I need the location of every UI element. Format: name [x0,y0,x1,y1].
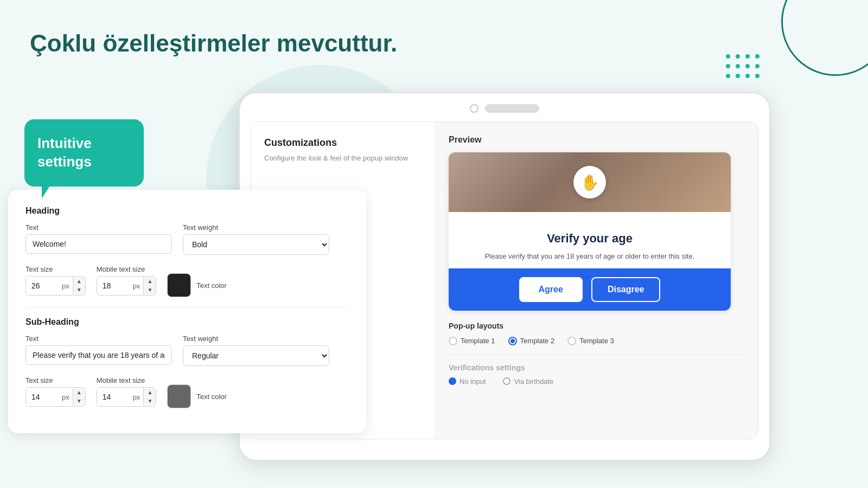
verif-no-input-radio[interactable] [449,377,456,385]
layout-template3-radio[interactable] [567,337,576,345]
popup-disagree-button[interactable]: Disagree [591,277,661,302]
popup-buttons: Agree Disagree [449,268,731,311]
preview-title: Preview [449,135,745,145]
subheading-mobile-unit: px [130,393,144,401]
subheading-text-label: Text [25,335,172,343]
cust-subtitle: Configure the look & feel of the popup w… [264,153,422,164]
subheading-section-title: Sub-Heading [25,317,349,327]
layout-options: Template 1 Template 2 Template 3 [449,337,745,345]
heading-color-label: Text color [196,281,227,290]
subheading-size-unit: px [59,393,73,401]
heading-section-title: Heading [25,206,349,216]
heading-mobile-size-input[interactable] [97,277,130,295]
verif-birthdate-label: Via birthdate [514,377,553,386]
subheading-size-up[interactable]: ▲ [73,388,85,397]
heading-mobile-unit: px [130,282,144,290]
heading-size-stepper: ▲ ▼ [73,277,85,294]
heading-size-up[interactable]: ▲ [73,277,85,286]
hand-icon: ✋ [580,174,599,191]
heading-weight-select[interactable]: Thin Regular Medium Semi-Bold Bold Extra… [183,234,329,255]
hand-icon-circle: ✋ [573,166,606,198]
heading-size-input[interactable] [26,277,59,295]
preview-popup: ✋ Verify your age Please verify that you… [449,152,731,311]
subheading-weight-select[interactable]: Thin Regular Medium Semi-Bold Bold [183,345,329,366]
layout-template3-label: Template 3 [579,337,614,345]
subheading-size-down[interactable]: ▼ [73,397,85,406]
verif-no-input-label: No input [459,377,486,386]
layouts-section: Pop-up layouts Template 1 Template 2 Tem… [449,322,745,345]
subheading-size-input[interactable] [26,388,59,406]
cust-title: Customizations [264,137,422,149]
layout-template2-label: Template 2 [520,337,555,345]
heading-weight-label: Text weight [183,223,329,232]
heading-size-unit: px [59,282,73,290]
heading-mobile-down[interactable]: ▼ [144,286,156,294]
verif-birthdate[interactable]: Via birthdate [503,377,553,386]
heading-text-input[interactable] [25,234,172,254]
subheading-color-swatch[interactable] [167,384,191,408]
heading-size-input-group: px ▲ ▼ [25,276,86,296]
verif-no-input[interactable]: No input [449,377,486,386]
corner-decoration [760,0,868,108]
heading-color-row: Text color [167,273,227,297]
subheading-mobile-up[interactable]: ▲ [144,388,156,397]
preview-section: Preview ✋ Verify your age Please verify … [436,122,758,439]
subheading-color-label: Text color [196,393,227,401]
heading-mobile-size-group: px ▲ ▼ [97,276,157,296]
speech-bubble-text: Intuitivesettings [37,135,92,170]
layouts-title: Pop-up layouts [449,322,745,330]
verif-options: No input Via birthdate [449,377,745,386]
heading-size-label: Text size [25,265,86,273]
heading-text-label: Text [25,223,172,232]
subheading-size-stepper: ▲ ▼ [73,388,85,406]
tablet-top-bar [251,104,758,113]
subheading-size-label: Text size [25,376,86,384]
tablet-home-bar [485,104,539,113]
heading-mobile-stepper: ▲ ▼ [143,277,156,294]
layout-template1-label: Template 1 [461,337,495,345]
layout-template2-radio[interactable] [508,337,517,345]
dots-grid-decoration [726,54,760,84]
verif-birthdate-radio[interactable] [503,377,510,385]
subheading-mobile-label: Mobile text size [97,376,157,384]
popup-agree-button[interactable]: Agree [519,277,583,302]
subheading-mobile-input[interactable] [97,388,130,406]
layout-template3[interactable]: Template 3 [567,337,614,345]
layout-template2[interactable]: Template 2 [508,337,555,345]
heading-mobile-up[interactable]: ▲ [144,277,156,286]
section-divider [25,307,349,307]
customization-panel: Heading Text Text weight Thin Regular Me… [8,190,366,433]
heading-color-swatch[interactable] [167,273,191,297]
speech-bubble: Intuitivesettings [24,119,144,187]
popup-heading: Verify your age [462,232,718,246]
tablet-circle-btn [470,104,478,113]
heading-mobile-size-label: Mobile text size [97,265,157,273]
subheading-color-row: Text color [167,384,227,408]
verif-title: Verifications settings [449,363,745,372]
subheading-weight-label: Text weight [183,335,329,343]
page-title: Çoklu özelleştirmeler mevcuttur. [30,30,397,57]
subheading-mobile-down[interactable]: ▼ [144,397,156,406]
subheading-mobile-stepper: ▲ ▼ [143,388,156,406]
subheading-size-group: px ▲ ▼ [25,387,86,407]
subheading-text-input[interactable] [25,345,172,365]
layout-template1[interactable]: Template 1 [449,337,495,345]
heading-size-down[interactable]: ▼ [73,286,85,294]
layout-template1-radio[interactable] [449,337,457,345]
popup-image-area: ✋ [449,152,731,212]
corner-circle [781,0,868,76]
popup-body: Verify your age Please verify that you a… [449,212,731,262]
verif-section: Verifications settings No input Via birt… [449,354,745,386]
popup-subtext: Please verify that you are 18 years of a… [462,251,718,262]
subheading-mobile-group: px ▲ ▼ [97,387,157,407]
